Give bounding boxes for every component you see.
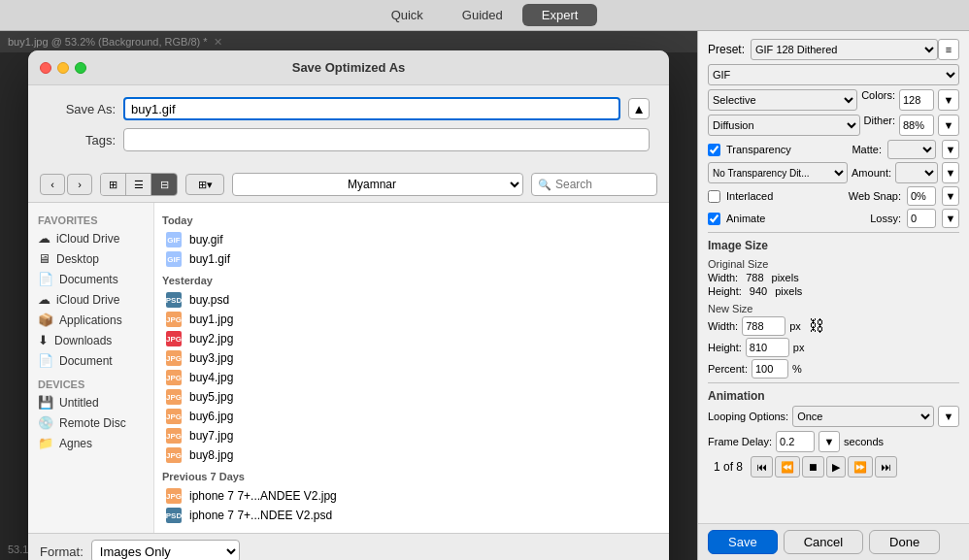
no-transparency-select[interactable]: No Transparency Dit... <box>708 162 848 183</box>
matte-select[interactable] <box>887 140 936 159</box>
file-item[interactable]: JPG buy7.jpg <box>162 426 661 445</box>
amount-select[interactable] <box>895 162 938 183</box>
icon-view-button[interactable]: ⊞ <box>101 174 126 195</box>
back-button[interactable]: ‹ <box>40 174 65 195</box>
frame-delay-label: Frame Delay: <box>708 436 772 447</box>
first-frame-button[interactable]: ⏮ <box>751 456 773 478</box>
sidebar-item-label: Downloads <box>54 334 112 347</box>
sidebar-item-agnes[interactable]: 📁 Agnes <box>28 433 153 453</box>
dither-input[interactable] <box>899 115 934 136</box>
sidebar-item-icloud-drive[interactable]: ☁ iCloud Drive <box>28 228 153 248</box>
colors-input[interactable] <box>899 89 934 111</box>
minimize-window-button[interactable] <box>57 62 69 74</box>
column-view-button[interactable]: ⊟ <box>151 174 177 195</box>
tags-input[interactable] <box>123 128 650 151</box>
next-frame-button[interactable]: ⏩ <box>848 456 873 478</box>
untitled-icon: 💾 <box>38 395 53 410</box>
original-size-row: Width: 788 pixels <box>708 272 959 283</box>
frame-delay-input[interactable] <box>776 431 815 452</box>
sidebar-item-untitled[interactable]: 💾 Untitled <box>28 392 153 412</box>
jpg-icon: JPG <box>166 312 182 327</box>
new-width-input[interactable] <box>742 316 785 336</box>
new-height-input[interactable] <box>746 338 789 357</box>
file-item[interactable]: JPG buy6.jpg <box>162 407 661 426</box>
sidebar-item-downloads[interactable]: ⬇ Downloads <box>28 330 153 350</box>
dither-label: Dither: <box>864 115 895 136</box>
transparency-checkbox[interactable] <box>708 144 720 156</box>
link-icon[interactable]: ⛓ <box>809 317 824 335</box>
right-panel: Preset: GIF 128 Dithered GIF 64 Dithered… <box>697 31 969 560</box>
tab-guided[interactable]: Guided <box>443 4 522 26</box>
share-view-button[interactable]: ⊞▾ <box>185 174 224 195</box>
preset-options-button[interactable]: ≡ <box>938 39 959 60</box>
file-item[interactable]: JPG buy3.jpg <box>162 348 661 368</box>
divider <box>708 232 959 233</box>
prev-frame-button[interactable]: ⏪ <box>775 456 800 478</box>
height-value: 940 <box>750 285 767 297</box>
tab-expert[interactable]: Expert <box>522 4 598 26</box>
preset-select[interactable]: GIF 128 Dithered GIF 64 Dithered GIF 32 … <box>751 39 938 60</box>
frame-delay-options-button[interactable]: ▼ <box>819 431 840 452</box>
main-save-button[interactable]: Save <box>708 530 778 554</box>
stop-button[interactable]: ⏹ <box>802 456 824 478</box>
format-select[interactable]: Images Only HTML and Images CSS Layers <box>91 540 240 560</box>
matte-options-button[interactable]: ▼ <box>942 140 959 159</box>
sidebar-item-document[interactable]: 📄 Document <box>28 350 153 371</box>
dialog-overlay: Save Optimized As Save As: ▲ Tags: <box>0 31 697 560</box>
lossy-options-button[interactable]: ▼ <box>942 209 959 228</box>
forward-button[interactable]: › <box>67 174 92 195</box>
sidebar-item-icloud2[interactable]: ☁ iCloud Drive <box>28 289 153 310</box>
expand-button[interactable]: ▲ <box>628 98 650 119</box>
last-frame-button[interactable]: ⏭ <box>875 456 897 478</box>
sidebar-item-desktop[interactable]: 🖥 Desktop <box>28 248 153 269</box>
favorites-label: Favorites <box>28 211 153 228</box>
file-item[interactable]: JPG iphone 7 7+...ANDEE V2.jpg <box>162 486 661 506</box>
preset-row: Preset: GIF 128 Dithered GIF 64 Dithered… <box>708 39 959 60</box>
sidebar-item-label: iCloud Drive <box>56 293 119 307</box>
main-cancel-button[interactable]: Cancel <box>784 530 863 554</box>
file-item[interactable]: JPG buy8.jpg <box>162 445 661 465</box>
selective-colors-row: Selective Perceptual Restrictive Colors:… <box>708 89 959 111</box>
new-height-unit: px <box>793 342 805 353</box>
file-item[interactable]: JPG buy1.jpg <box>162 310 661 329</box>
filename: buy1.jpg <box>189 313 233 326</box>
location-select[interactable]: Myamnar <box>232 173 523 196</box>
interlaced-websnap-row: Interlaced Web Snap: ▼ <box>708 186 959 206</box>
dither-options-button[interactable]: ▼ <box>938 115 959 136</box>
file-item[interactable]: JPG buy2.jpg <box>162 329 661 348</box>
looping-options-button[interactable]: ▼ <box>938 406 959 427</box>
sidebar-item-remote-disc[interactable]: 💿 Remote Disc <box>28 412 153 433</box>
search-input[interactable] <box>555 178 669 191</box>
web-snap-label: Web Snap: <box>849 190 901 202</box>
output-format-select[interactable]: GIF JPEG PNG-8 PNG-24 <box>708 64 959 85</box>
amount-options-button[interactable]: ▼ <box>942 162 959 183</box>
play-button[interactable]: ▶ <box>826 456 846 478</box>
looping-select[interactable]: Once Forever Other... <box>792 406 934 427</box>
diffusion-select[interactable]: Diffusion Pattern Noise <box>708 115 860 136</box>
websnap-options-button[interactable]: ▼ <box>942 186 959 206</box>
sidebar-item-applications[interactable]: 📦 Applications <box>28 310 153 330</box>
tab-quick[interactable]: Quick <box>372 4 443 26</box>
filename-input[interactable] <box>123 97 620 120</box>
interlaced-checkbox[interactable] <box>708 190 720 203</box>
list-view-button[interactable]: ☰ <box>126 174 151 195</box>
lossy-input[interactable] <box>907 209 936 228</box>
file-item[interactable]: PSD iphone 7 7+...NDEE V2.psd <box>162 506 661 525</box>
fullscreen-window-button[interactable] <box>75 62 86 74</box>
animate-checkbox[interactable] <box>708 213 720 225</box>
file-item[interactable]: GIF buy1.gif <box>162 249 661 269</box>
colors-options-button[interactable]: ▼ <box>938 89 959 111</box>
selective-select[interactable]: Selective Perceptual Restrictive <box>708 89 857 111</box>
percent-input[interactable] <box>752 359 788 379</box>
format-row: GIF JPEG PNG-8 PNG-24 <box>708 64 959 85</box>
file-item[interactable]: JPG buy5.jpg <box>162 387 661 407</box>
jpg-icon: JPG <box>166 370 182 385</box>
file-item[interactable]: JPG buy4.jpg <box>162 368 661 387</box>
web-snap-input[interactable] <box>907 186 936 206</box>
file-list-area: Favorites ☁ iCloud Drive 🖥 Desktop 📄 Doc… <box>28 203 669 533</box>
file-item[interactable]: PSD buy.psd <box>162 290 661 310</box>
close-window-button[interactable] <box>40 62 51 74</box>
sidebar-item-documents[interactable]: 📄 Documents <box>28 269 153 289</box>
main-done-button[interactable]: Done <box>869 530 940 554</box>
file-item[interactable]: GIF buy.gif <box>162 230 661 249</box>
